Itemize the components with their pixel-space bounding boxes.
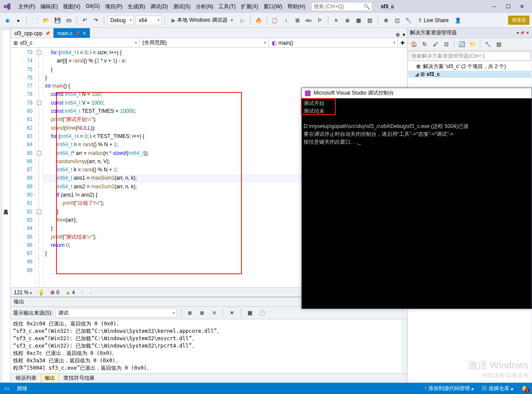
menu-工具(T)[interactable]: 工具(T) [216,1,238,12]
nav-fwd-icon[interactable]: ▸ [14,16,23,25]
notifications-icon[interactable]: 🔔 [521,385,528,391]
undo-icon[interactable]: ↶ [80,16,89,25]
project-node[interactable]: ◢⊞sf3_c [408,71,531,78]
error-count[interactable]: ⊘ 0 [50,289,59,296]
tool-icon-12[interactable]: 🔧 [404,16,413,25]
fold-toggle-icon[interactable]: - [37,50,41,55]
close-button[interactable]: ✕ [515,2,529,11]
redo-icon[interactable]: ↷ [91,16,101,25]
menu-测试(S)[interactable]: 测试(S) [171,1,193,12]
tab-overflow-icon[interactable]: ▾ [403,32,405,38]
menu-扩展(X)[interactable]: 扩展(X) [238,1,261,12]
nav-down-icon[interactable]: ↓ [89,289,92,296]
output-tab-查找符号结果[interactable]: 查找符号结果 [60,374,98,383]
maximize-button[interactable]: ☐ [502,2,515,11]
nav-back-icon[interactable]: ◉ [3,16,12,25]
solution-search[interactable]: 搜索解决方案资源管理器(Ctrl+;) [409,52,530,61]
tool-icon-11[interactable]: ◫ [393,16,402,25]
menu-编辑(E)[interactable]: 编辑(E) [38,1,60,12]
toolbox-tab[interactable]: 工具箱 [1,30,10,383]
sln-tool-1[interactable]: ↻ [420,39,430,49]
config-combo[interactable]: Debug [107,16,134,25]
menu-生成(B)[interactable]: 生成(B) [125,1,148,12]
menu-调试(D)[interactable]: 调试(D) [148,1,171,12]
doc-tab-sf3_cpp.cpp[interactable]: sf3_cpp.cpp📌 [10,28,54,38]
nav-up-icon[interactable]: ↑ [81,289,83,296]
code-line[interactable]: } [45,74,407,82]
line-number: 88 [10,174,33,182]
fold-toggle-icon[interactable]: - [37,151,41,155]
pin-icon[interactable]: 📌 [45,31,50,36]
menu-项目(P)[interactable]: 项目(P) [102,1,125,12]
tool-icon-abc[interactable]: abc [304,16,314,25]
lightbulb-icon[interactable]: 💡 [38,289,44,296]
tool-icon-8[interactable]: ▦ [354,16,363,25]
code-line[interactable]: } [45,66,407,74]
tool-icon-3[interactable]: ↕ [281,16,291,25]
tab-dropdown-icon[interactable]: ⊕ [396,32,400,38]
menu-窗口(W)[interactable]: 窗口(W) [261,1,285,12]
tool-icon-2[interactable]: 📋 [270,16,280,25]
nav-member[interactable]: ◧main() [269,38,398,47]
doc-tab-main.c[interactable]: main.c📌✕ [53,28,90,38]
live-share-button[interactable]: ⇪Live Share [415,17,451,23]
user-icon[interactable]: 👤 [453,16,463,25]
search-input[interactable] [314,3,363,10]
solution-root[interactable]: 🛠解决方案 'sf3_c' (2 个项目，共 2 个) [408,62,531,71]
save-icon[interactable]: 💾 [53,16,62,25]
run-button[interactable]: ▶本地 Windows 调试器▾ [168,15,236,26]
tool-icon-5[interactable]: 🏳 [315,16,325,25]
out-tool-clock[interactable]: 🕐 [257,308,267,318]
tool-icon-1[interactable]: 🔥 [254,16,264,25]
out-tool-1[interactable]: ≣ [185,308,195,318]
tool-icon-10[interactable]: ⊕ [381,16,391,25]
code-line[interactable]: arr[i] = rand() % (2 * v + 1) - v; [45,57,407,65]
save-all-icon[interactable]: 🗃 [64,16,73,25]
panel-menu-icon[interactable]: ▾ 📌 ✕ [517,31,529,35]
sln-tool-5[interactable]: 📁 [468,39,477,49]
nav-project[interactable]: ⊞sf3_c [10,38,140,47]
tool-icon-9[interactable]: ▤ [365,16,375,25]
code-line[interactable]: for (int64_t i = 0; i < size; i++) { [45,49,407,57]
sln-tool-6[interactable]: 🔧 [483,39,492,49]
sln-tool-3[interactable]: ⊡ [442,39,451,49]
menu-帮助(H)[interactable]: 帮助(H) [285,1,308,12]
platform-combo[interactable]: x64 [135,16,162,25]
open-icon[interactable]: 📂 [41,16,51,25]
nav-scope[interactable]: (全局范围) [140,38,269,47]
run-no-debug-icon[interactable]: ▷ [238,16,248,25]
sln-tool-2[interactable]: 🖊 [431,39,440,49]
output-from-combo[interactable]: 调试 [55,308,177,318]
menu-视图(V)[interactable]: 视图(V) [60,1,83,12]
output-tab-错误列表[interactable]: 错误列表 [12,374,40,383]
pin-icon[interactable]: 📌 [75,31,80,36]
out-tool-5[interactable]: ▦ [245,308,254,318]
sln-home-icon[interactable]: 🏠 [409,39,419,49]
out-tool-3[interactable]: ≡ [209,308,219,318]
warning-count[interactable]: ▲ 4 [65,289,75,296]
add-to-source-control[interactable]: ↑ 添加到源代码管理 ▴ [424,385,474,392]
out-tool-2[interactable]: ≣ [197,308,207,318]
sln-tool-7[interactable]: ▤ [494,39,503,49]
split-icon[interactable]: ✚ [398,38,407,47]
debug-console-window[interactable]: 🟪Microsoft Visual Studio 调试控制台 测试开始 测试结束… [301,88,532,309]
close-tab-icon[interactable]: ✕ [83,31,86,36]
tool-icon-4[interactable]: ⊞ [293,16,302,25]
fold-toggle-icon[interactable]: - [37,210,41,214]
minimize-button[interactable]: ─ [488,2,501,11]
select-repo[interactable]: ▥ 选择仓库 ▴ [482,385,513,392]
output-text[interactable]: 线住 0x2c04 已退出, 返回值为 0 (0x0)。 “sf3_c.exe”… [10,319,407,373]
output-tab-输出[interactable]: 输出 [41,373,59,383]
new-file-icon[interactable]: 📄 [30,16,40,25]
sln-tool-4[interactable]: 🔄 [457,39,466,49]
fold-toggle-icon[interactable]: - [37,101,41,105]
line-number: 91 [10,199,33,207]
tool-icon-6[interactable]: ≡ [331,16,341,25]
menu-分析(N)[interactable]: 分析(N) [193,1,216,12]
search-box[interactable]: 🔍 [311,2,372,11]
menu-Git(G)[interactable]: Git(G) [83,1,102,12]
tool-icon-7[interactable]: ≣ [343,16,352,25]
menu-文件(F)[interactable]: 文件(F) [16,1,38,12]
out-tool-4[interactable]: ✕ [227,308,237,318]
zoom-level[interactable]: 121 % ▾ [14,289,32,296]
